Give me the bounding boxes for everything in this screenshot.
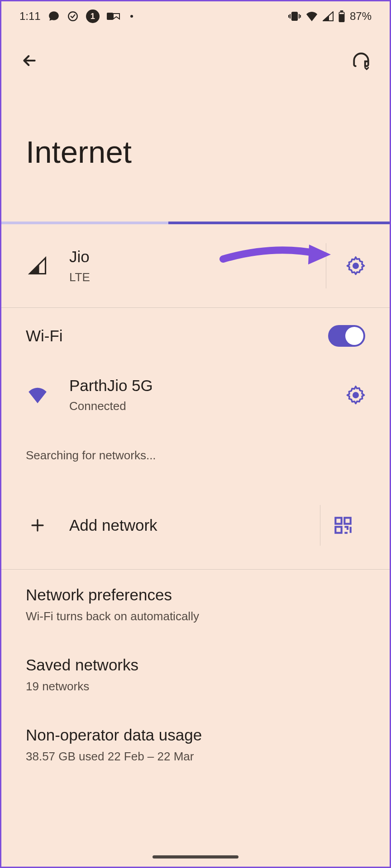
searching-status: Searching for networks... <box>1 429 390 481</box>
wifi-toggle[interactable] <box>328 325 365 347</box>
pref-subtitle: Wi-Fi turns back on automatically <box>26 609 365 623</box>
qr-scan-button[interactable] <box>320 505 365 546</box>
more-dot-icon <box>130 15 133 18</box>
vibrate-icon <box>288 11 301 21</box>
svg-rect-5 <box>339 13 344 14</box>
svg-rect-2 <box>292 12 297 20</box>
pref-title: Network preferences <box>26 586 365 604</box>
progress-indicator <box>1 222 390 224</box>
wifi-icon <box>26 387 49 403</box>
network-preferences-row[interactable]: Network preferences Wi-Fi turns back on … <box>1 570 390 640</box>
divider <box>326 243 326 288</box>
wifi-network-row[interactable]: ParthJio 5G Connected <box>1 356 390 429</box>
carrier-text: Jio LTE <box>69 248 306 284</box>
add-network-row[interactable]: Add network <box>1 481 390 569</box>
wifi-label: Wi-Fi <box>26 327 63 345</box>
battery-icon <box>338 10 345 22</box>
wifi-status: Connected <box>69 399 346 413</box>
signal-status-icon <box>323 11 334 21</box>
wifi-toggle-row: Wi-Fi <box>1 308 390 356</box>
battery-percentage: 87% <box>350 10 372 23</box>
svg-point-6 <box>353 264 358 269</box>
home-handle[interactable] <box>153 855 238 859</box>
app-bar <box>1 29 390 90</box>
add-network-label: Add network <box>69 516 320 534</box>
carrier-name: Jio <box>69 248 306 266</box>
help-icon[interactable] <box>352 51 371 72</box>
wifi-ssid: ParthJio 5G <box>69 377 346 395</box>
pref-subtitle: 38.57 GB used 22 Feb – 22 Mar <box>26 750 365 764</box>
svg-point-0 <box>68 12 77 21</box>
svg-rect-10 <box>335 527 341 533</box>
carrier-row[interactable]: Jio LTE <box>1 224 390 307</box>
toggle-knob <box>345 327 363 345</box>
plus-icon <box>26 517 49 533</box>
svg-point-7 <box>353 392 358 397</box>
wifi-network-text: ParthJio 5G Connected <box>69 377 346 413</box>
status-left: 1:11 1 <box>19 9 133 23</box>
pref-title: Saved networks <box>26 656 365 674</box>
outlook-icon <box>107 11 120 22</box>
status-clock: 1:11 <box>19 10 41 23</box>
signal-icon <box>26 256 49 275</box>
progress-fill <box>168 222 390 224</box>
svg-rect-1 <box>107 13 113 20</box>
pref-subtitle: 19 networks <box>26 679 365 693</box>
data-usage-row[interactable]: Non-operator data usage 38.57 GB used 22… <box>1 710 390 780</box>
carrier-type: LTE <box>69 270 306 284</box>
status-right: 87% <box>288 10 372 23</box>
svg-rect-3 <box>340 10 343 12</box>
svg-rect-9 <box>344 518 350 524</box>
wifi-settings-button[interactable] <box>346 386 365 405</box>
back-button[interactable] <box>20 52 38 71</box>
chat-icon <box>48 10 60 22</box>
page-title: Internet <box>1 90 390 222</box>
wifi-status-icon <box>305 11 318 21</box>
sync-icon <box>67 10 79 22</box>
status-bar: 1:11 1 87% <box>1 1 390 29</box>
saved-networks-row[interactable]: Saved networks 19 networks <box>1 640 390 710</box>
svg-rect-8 <box>335 518 341 524</box>
carrier-settings-button[interactable] <box>346 256 365 275</box>
notification-badge-icon: 1 <box>86 9 100 23</box>
pref-title: Non-operator data usage <box>26 726 365 744</box>
